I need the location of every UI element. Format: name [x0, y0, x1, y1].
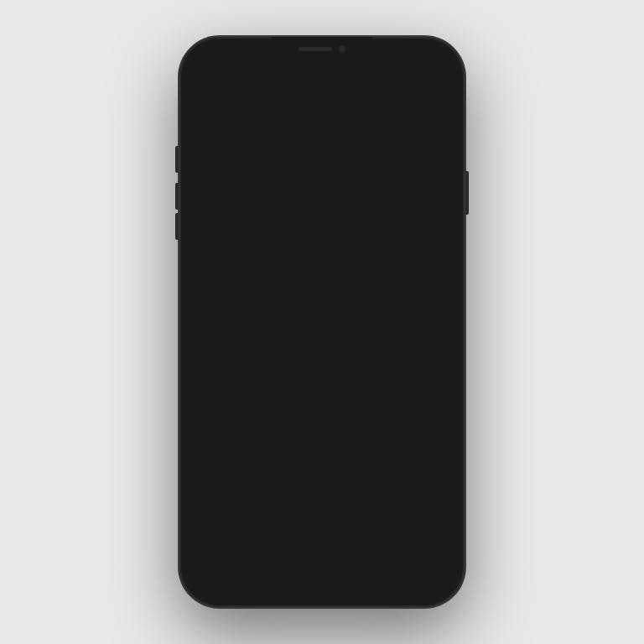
dot-1: [258, 374, 265, 381]
commander-icon-wrapper: [202, 546, 232, 576]
avatar-5: 👤: [293, 255, 317, 278]
card-partial: Le... Et ra...: [387, 347, 438, 443]
dot-3: [255, 430, 262, 437]
transporter-icon: [262, 553, 279, 569]
nav-commander-label: Commander: [195, 579, 239, 587]
card-drive: Vos courses en drive Que vous n'avez pas…: [206, 347, 377, 443]
count-badge: +1944: [322, 261, 349, 272]
commander-icon: [209, 553, 226, 569]
cotransporteurs-text: cotransporteurs disponibles autour de vo…: [206, 282, 438, 291]
profil-icon-wrapper: [413, 546, 444, 576]
nav-chat[interactable]: Chat: [355, 546, 397, 587]
nav-cagnotte[interactable]: Cagnotte: [302, 546, 344, 587]
person-icon: [262, 218, 275, 231]
click-collect-button[interactable]: Dans un commerce (Click&Collect): [206, 166, 438, 200]
cagnotte-icon: [314, 553, 331, 569]
phone-screen: Je souhaite qu'on récupère un colis pour…: [190, 47, 454, 597]
cards-row: Vos courses en drive Que vous n'avez pas…: [190, 347, 454, 443]
avatar-4: 😄: [272, 255, 295, 278]
avatars-row: 😊 👤 👤 😄 👤 +1944: [206, 255, 438, 278]
avatar-1: 😊: [206, 255, 230, 278]
nav-cagnotte-label: Cagnotte: [308, 579, 339, 587]
chat-icon-wrapper: [361, 546, 391, 576]
header-section: Je souhaite qu'on récupère un colis pour…: [190, 47, 454, 311]
nav-transporter-label: Transporter: [251, 579, 289, 587]
avatar-2: 👤: [228, 255, 252, 278]
bottom-section: Faites cotransporter !: [190, 311, 454, 597]
phone-device: Je souhaite qu'on récupère un colis pour…: [179, 37, 465, 607]
card-illustration: [216, 357, 367, 443]
click-collect-label: Dans un commerce (Click&Collect): [242, 176, 423, 189]
chat-icon: [367, 553, 384, 569]
transporter-icon-wrapper: [256, 546, 286, 576]
bottom-nav: Commander Transporter: [190, 538, 454, 597]
basket-body: [267, 397, 317, 441]
main-title: Je souhaite qu'on récupère un colis pour…: [206, 77, 438, 149]
avatar-3: 👤: [250, 255, 273, 278]
nav-profil[interactable]: Profil: [408, 546, 449, 587]
basket-handle: [275, 372, 309, 389]
nav-profil-label: Profil: [419, 579, 437, 587]
cagnotte-icon-wrapper: [308, 546, 338, 576]
profil-icon: [420, 553, 437, 569]
leaf-item: [304, 397, 312, 404]
chez-personne-button[interactable]: Chez une personne: [206, 208, 438, 242]
nav-chat-label: Chat: [367, 579, 383, 587]
section-title: Faites cotransporter !: [190, 311, 454, 347]
screen-content: Je souhaite qu'on récupère un colis pour…: [190, 47, 454, 597]
nav-transporter[interactable]: Transporter: [250, 546, 292, 587]
dot-2: [320, 391, 327, 397]
chez-personne-label: Chez une personne: [282, 218, 382, 231]
basket-illustration: [258, 366, 325, 441]
nav-commander[interactable]: Commander: [195, 546, 239, 587]
home-icon: [221, 176, 235, 190]
